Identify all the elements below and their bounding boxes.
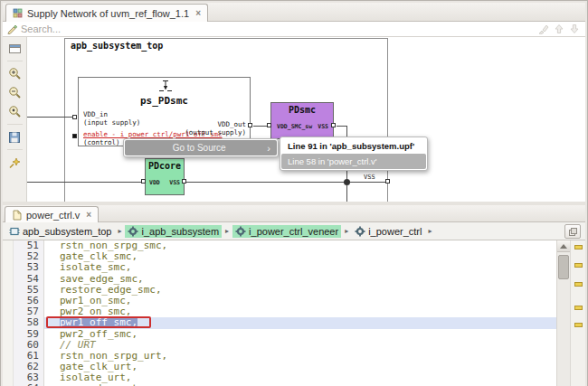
port-marker[interactable] — [331, 123, 336, 127]
code-text[interactable]: save_edge_smc, — [44, 274, 556, 285]
highlighter-icon[interactable] — [537, 24, 549, 34]
arrow-up-icon[interactable] — [554, 24, 564, 34]
search-input[interactable] — [21, 24, 534, 34]
annotation-ruler-cell — [3, 372, 14, 383]
search-match-marker[interactable] — [574, 323, 583, 327]
search-match-marker[interactable] — [574, 306, 583, 310]
supply-view-icon — [13, 8, 23, 18]
tab-supply-network[interactable]: Supply Network of uvm_ref_flow_1.1 × — [5, 4, 208, 22]
annotation-ruler-cell — [3, 329, 14, 340]
annotation-ruler-cell — [3, 274, 14, 285]
submenu-arrow-icon: › — [267, 143, 270, 154]
port-marker[interactable] — [141, 179, 146, 184]
port-marker-vdd-out[interactable] — [248, 123, 252, 127]
zoom-reset-button[interactable] — [5, 103, 24, 120]
tab-title: Supply Network of uvm_ref_flow_1.1 — [27, 8, 189, 19]
pdsmc-port-vdd-smc-sw: VDD_SMC_sw — [277, 123, 312, 130]
search-edit-icon — [6, 24, 17, 34]
annotation-ruler-cell — [3, 351, 14, 362]
supply-wire — [253, 126, 267, 127]
code-text[interactable]: pwr1_off_smc, — [44, 317, 556, 328]
pdcore-port-vdd: VDD — [149, 179, 160, 186]
breadcrumb-item[interactable]: i_power_ctrl — [352, 225, 424, 238]
breadcrumb-item[interactable]: i_apb_subsystem — [125, 225, 222, 238]
block-pdcore-label: PDcore — [146, 159, 184, 171]
overview-ruler — [570, 240, 585, 386]
verilog-file-icon — [12, 210, 22, 221]
power-switch-icon — [156, 79, 175, 94]
port-marker[interactable] — [267, 123, 271, 127]
save-button[interactable] — [5, 128, 24, 146]
tab-power-ctrl[interactable]: power_ctrl.v × — [5, 206, 99, 222]
annotation-ruler-cell — [3, 240, 14, 251]
menu-item-line-91[interactable]: Line 91 in 'apb_subsystem.upf' — [281, 138, 426, 154]
breadcrumb-settings-button[interactable] — [564, 224, 581, 239]
breadcrumb-items: apb_subsystem_top▸i_apb_subsystem▸i_powe… — [6, 225, 433, 238]
boundary-port-vss-label: VSS — [364, 174, 375, 182]
code-line: 54save_edge_smc, — [3, 274, 556, 285]
scrollbar-thumb[interactable] — [558, 255, 569, 279]
menu-item-go-to-source[interactable]: Go to Source › — [125, 140, 277, 155]
new-view-button[interactable] — [5, 40, 24, 57]
code-rows: 51rstn_non_srpg_smc,52gate_clk_smc,53iso… — [3, 240, 556, 386]
instance-icon — [128, 226, 138, 237]
zoom-out-button[interactable] — [5, 84, 24, 101]
breadcrumb-item-label: apb_subsystem_top — [23, 226, 111, 237]
breadcrumb-item[interactable]: i_power_ctrl_veneer — [232, 225, 341, 238]
tab-close-icon[interactable]: × — [195, 8, 201, 18]
editor-tabbar: power_ctrl.v × — [3, 205, 585, 222]
port-marker-vss-boundary[interactable] — [385, 179, 390, 184]
search-match-marker[interactable] — [574, 263, 583, 268]
supply-wire — [27, 117, 72, 118]
vertical-scrollbar[interactable] — [556, 240, 570, 386]
breadcrumb-item-label: i_power_ctrl_veneer — [249, 226, 338, 237]
breadcrumb-separator-icon: ▸ — [224, 227, 230, 235]
editor-panel: power_ctrl.v × apb_subsystem_top▸i_apb_s… — [3, 205, 585, 386]
menu-item-line-58[interactable]: Line 58 in 'power_ctrl.v' — [281, 154, 426, 169]
toolbar-separator — [7, 149, 23, 150]
annotation-ruler-cell — [3, 262, 14, 273]
tab-close-icon[interactable]: × — [86, 210, 91, 220]
scroll-up-button[interactable] — [557, 240, 570, 252]
breadcrumb-item[interactable]: apb_subsystem_top — [6, 225, 114, 238]
breadcrumb-separator-icon: ▸ — [344, 227, 349, 235]
code-line: 59pwr2_off_smc, — [3, 329, 556, 340]
port-label-vdd-out: VDD_out(output supply) — [181, 120, 246, 137]
block-pdsmc[interactable]: PDsmc VDD_SMC_sw VSS — [270, 102, 334, 139]
zoom-in-button[interactable] — [5, 65, 24, 82]
annotation-ruler-cell — [3, 296, 14, 306]
port-marker[interactable] — [182, 179, 186, 184]
go-to-source-submenu: Line 91 in 'apb_subsystem.upf' Line 58 i… — [280, 137, 428, 171]
annotation-ruler-cell — [3, 317, 14, 328]
supply-tabbar: Supply Network of uvm_ref_flow_1.1 × — [3, 3, 585, 22]
code-editor[interactable]: 51rstn_non_srpg_smc,52gate_clk_smc,53iso… — [3, 240, 585, 386]
toolbar-separator — [7, 124, 23, 125]
wire-junction — [344, 179, 350, 185]
supply-diagram-canvas[interactable]: apb_subsystem_top ps_PDsmc VDD_in(input … — [27, 37, 585, 202]
context-menu: Go to Source › — [123, 138, 279, 157]
port-marker-enable[interactable] — [72, 134, 77, 138]
diagram-toolbar — [3, 37, 27, 202]
line-number: 58 — [14, 317, 44, 328]
code-line: 58pwr1_off_smc, — [3, 317, 556, 328]
code-text[interactable]: isolate_smc, — [44, 262, 556, 273]
highlight-wand-button[interactable] — [5, 154, 24, 171]
module-label: apb_subsystem_top — [71, 41, 163, 51]
breadcrumb-separator-icon: ▸ — [427, 227, 432, 235]
search-match-marker[interactable] — [574, 245, 583, 249]
block-ps-pdsmc-label: ps_PDsmc — [78, 95, 251, 107]
scroll-up-icon — [560, 244, 567, 249]
toolbar-separator — [7, 61, 23, 61]
code-text[interactable]: pwr2_off_smc, — [44, 329, 556, 340]
port-marker-vdd-in[interactable] — [72, 115, 77, 119]
block-pdcore[interactable]: PDcore VDD VSS — [145, 158, 185, 195]
line-number: 53 — [14, 262, 44, 273]
line-number: 54 — [14, 274, 44, 285]
arrow-down-icon[interactable] — [569, 24, 580, 34]
breadcrumb: apb_subsystem_top▸i_apb_subsystem▸i_powe… — [3, 222, 585, 240]
annotation-ruler-cell — [3, 306, 14, 317]
selected-code-text[interactable]: pwr1_off_smc, — [60, 316, 138, 328]
breadcrumb-separator-icon: ▸ — [117, 227, 122, 235]
search-match-marker[interactable] — [574, 282, 583, 287]
module-icon — [9, 226, 20, 237]
